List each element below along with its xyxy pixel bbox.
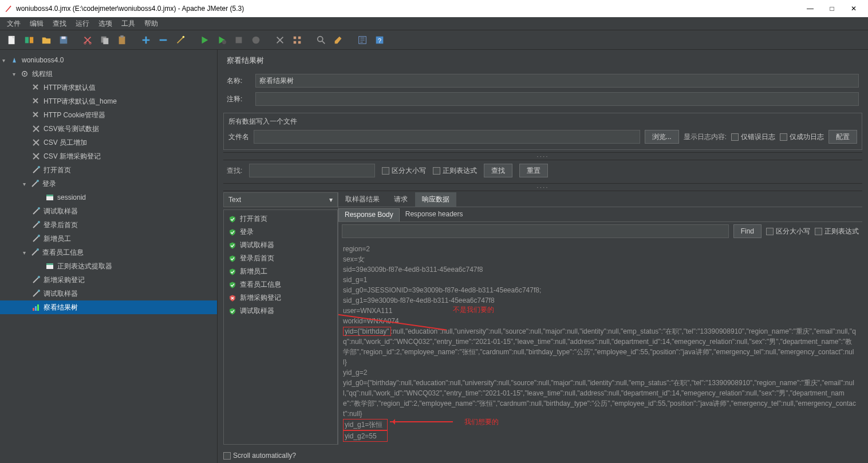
name-input[interactable] <box>255 74 859 88</box>
svg-rect-8 <box>103 38 108 44</box>
help-icon[interactable]: ? <box>371 32 388 48</box>
run-icon[interactable] <box>196 32 213 48</box>
find-case-checkbox[interactable]: 区分大小写 <box>766 227 810 236</box>
tree-item[interactable]: CSV 新增采购登记 <box>0 149 217 163</box>
open-icon[interactable] <box>38 32 55 48</box>
result-item[interactable]: 调试取样器 <box>224 239 337 252</box>
svg-point-35 <box>38 276 40 278</box>
tree-item[interactable]: 登录后首页 <box>0 218 217 232</box>
result-item[interactable]: 查看员工信息 <box>224 278 337 291</box>
menu-help[interactable]: 帮助 <box>140 18 163 30</box>
only-success-checkbox[interactable]: 仅成功日志 <box>780 132 824 142</box>
menu-tools[interactable]: 工具 <box>117 18 140 30</box>
tab-request[interactable]: 请求 <box>387 192 415 207</box>
clear-all-icon[interactable] <box>289 32 306 48</box>
scroll-auto-checkbox[interactable]: Scroll automatically? <box>223 452 296 460</box>
clear-icon[interactable] <box>271 32 289 48</box>
find-regex-checkbox[interactable]: 正则表达式 <box>815 227 859 236</box>
search-input[interactable] <box>249 164 375 177</box>
tree-item[interactable]: HTTP Cookie管理器 <box>0 108 217 122</box>
comment-input[interactable] <box>255 92 859 106</box>
stop-icon[interactable] <box>230 32 247 48</box>
run-notimers-icon[interactable] <box>213 32 230 48</box>
svg-rect-17 <box>294 41 297 43</box>
shutdown-icon[interactable] <box>247 32 265 48</box>
svg-rect-37 <box>33 308 34 311</box>
tree-login[interactable]: ▾登录 <box>0 177 217 191</box>
tab-response-body[interactable]: Response Body <box>338 208 400 221</box>
broom-icon[interactable] <box>330 32 347 48</box>
filename-input[interactable] <box>254 130 640 144</box>
tree-view-emp[interactable]: ▾查看员工信息 <box>0 246 217 259</box>
svg-text:?: ? <box>378 37 381 43</box>
search-icon[interactable] <box>313 32 330 48</box>
find-input[interactable] <box>342 224 729 238</box>
templates-icon[interactable] <box>21 32 38 48</box>
new-icon[interactable] <box>3 32 21 48</box>
maximize-button[interactable]: □ <box>828 5 836 13</box>
result-item[interactable]: 调试取样器 <box>224 304 337 318</box>
tree-item[interactable]: HTTP请求默认值_home <box>0 94 217 108</box>
result-item[interactable]: 登录后首页 <box>224 252 337 265</box>
configure-button[interactable]: 配置 <box>828 130 857 144</box>
menu-search[interactable]: 查找 <box>48 18 71 30</box>
case-checkbox[interactable]: 区分大小写 <box>382 166 426 176</box>
paste-icon[interactable] <box>113 32 131 48</box>
tree-item[interactable]: 调试取样器 <box>0 287 217 300</box>
regex-checkbox[interactable]: 正则表达式 <box>433 166 477 176</box>
wand-icon[interactable] <box>172 32 189 48</box>
svg-rect-13 <box>236 37 242 43</box>
tree-item[interactable]: 打开首页 <box>0 163 217 177</box>
tree-item[interactable]: CSV 员工增加 <box>0 136 217 149</box>
test-plan-tree[interactable]: ▾woniuboss4.0 ▾线程组 HTTP请求默认值 HTTP请求默认值_h… <box>0 50 218 463</box>
minimize-button[interactable]: — <box>806 5 814 13</box>
tree-sessionid[interactable]: sessionid <box>0 191 217 204</box>
tree-item[interactable]: HTTP请求默认值 <box>0 81 217 94</box>
tree-item[interactable]: 新增采购登记 <box>0 273 217 287</box>
svg-point-24 <box>24 73 26 75</box>
search-button[interactable]: 查找 <box>484 164 512 177</box>
remove-icon[interactable] <box>155 32 172 48</box>
close-button[interactable]: ✕ <box>850 5 858 13</box>
collapser-bar[interactable]: ···· <box>223 183 862 191</box>
annotation-not-wanted: 不是我们要的 <box>453 304 494 315</box>
reset-button[interactable]: 重置 <box>519 164 548 177</box>
svg-rect-1 <box>25 37 29 43</box>
result-item[interactable]: 新增员工 <box>224 265 337 278</box>
copy-icon[interactable] <box>96 32 113 48</box>
tree-item[interactable]: 调试取样器 <box>0 204 217 218</box>
svg-point-12 <box>222 40 226 44</box>
add-icon[interactable] <box>137 32 155 48</box>
find-button[interactable]: Find <box>733 224 762 238</box>
only-error-checkbox[interactable]: 仅错误日志 <box>731 132 775 142</box>
tab-response-data[interactable]: 响应数据 <box>415 192 457 207</box>
tree-testplan[interactable]: ▾woniuboss4.0 <box>0 53 217 67</box>
result-item[interactable]: 登录 <box>224 225 337 239</box>
cut-icon[interactable] <box>79 32 96 48</box>
save-icon[interactable] <box>55 32 72 48</box>
menubar: 文件 编辑 查找 运行 选项 工具 帮助 <box>0 17 868 30</box>
tab-sampler-result[interactable]: 取样器结果 <box>338 192 387 207</box>
tab-response-headers[interactable]: Response headers <box>400 208 469 221</box>
response-body-text[interactable]: region=2sex=女sid=39e3009b-f87e-4ed8-b311… <box>338 240 862 445</box>
tree-item[interactable]: CSV账号测试数据 <box>0 122 217 136</box>
menu-options[interactable]: 选项 <box>94 18 117 30</box>
result-item[interactable]: 新增采购登记 <box>224 291 337 304</box>
function-icon[interactable] <box>354 32 371 48</box>
svg-rect-38 <box>35 306 37 311</box>
tree-item[interactable]: 新增员工 <box>0 232 217 246</box>
tree-view-results-tree[interactable]: 察看结果树 <box>0 300 217 314</box>
browse-button[interactable]: 浏览... <box>645 130 679 144</box>
menu-run[interactable]: 运行 <box>71 18 94 30</box>
menu-file[interactable]: 文件 <box>2 18 25 30</box>
svg-point-26 <box>37 180 39 182</box>
result-list[interactable]: 打开首页登录调试取样器登录后首页新增员工查看员工信息新增采购登记调试取样器 <box>223 209 338 445</box>
chevron-down-icon: ▾ <box>329 196 333 204</box>
result-item[interactable]: 打开首页 <box>224 212 337 225</box>
svg-rect-15 <box>294 36 297 38</box>
tree-thread-group[interactable]: ▾线程组 <box>0 67 217 81</box>
renderer-select[interactable]: Text ▾ <box>223 192 338 207</box>
menu-edit[interactable]: 编辑 <box>25 18 48 30</box>
tree-regex-extractor[interactable]: 正则表达式提取器 <box>0 259 217 273</box>
collapser-bar[interactable]: ···· <box>223 152 862 160</box>
